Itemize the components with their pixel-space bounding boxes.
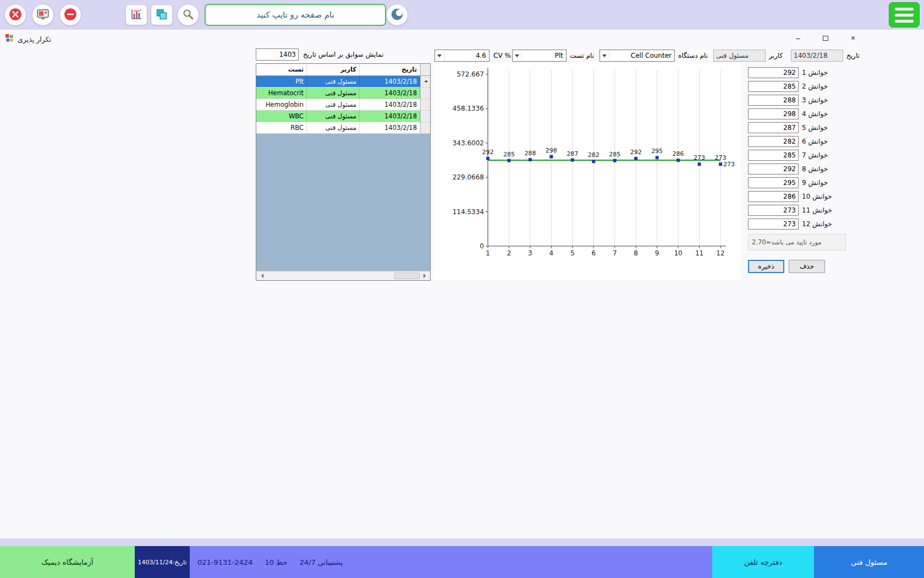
column-header-user[interactable]: کاربر [307, 64, 360, 75]
app-logo-icon [6, 34, 14, 44]
chart-button[interactable] [125, 4, 147, 25]
column-header-indicator [420, 64, 430, 75]
scroll-right-icon[interactable] [421, 271, 430, 280]
scrollbar-track[interactable] [266, 271, 421, 280]
device-select[interactable]: Cell Counter [600, 50, 675, 62]
page-search-input[interactable] [205, 4, 386, 26]
cell-date: 1403/2/18 [360, 111, 420, 122]
column-header-date[interactable]: تاریخ [360, 64, 420, 75]
reading-6-input[interactable] [748, 136, 799, 147]
svg-text:287: 287 [566, 150, 578, 157]
crescent-icon [390, 7, 404, 23]
screens-button[interactable] [32, 4, 54, 26]
scrollbar-thumb[interactable] [394, 272, 420, 279]
phonebook-button[interactable]: دفترچه تلفن [712, 546, 814, 578]
table-row[interactable]: RBC مسئول فنی 1403/2/18 [256, 122, 430, 134]
reading-4-input[interactable] [748, 108, 799, 119]
lab-name: آزمایشگاه دیمیک [0, 546, 135, 578]
scroll-left-icon[interactable] [256, 271, 266, 280]
table-row[interactable]: Hemoglobin مسئول فنی 1403/2/18 [256, 99, 430, 111]
cell-test: Hematocrit [256, 88, 307, 99]
svg-text:572.667: 572.667 [457, 70, 484, 78]
cell-test: Plt [256, 76, 307, 87]
svg-text:273: 273 [723, 161, 735, 168]
test-select[interactable]: Plt [512, 50, 566, 62]
minimize-app-button[interactable] [59, 4, 81, 26]
chevron-down-icon [600, 50, 609, 61]
reading-11-input[interactable] [748, 205, 799, 216]
reading-row: خوانش 10 [748, 191, 861, 202]
reading-1-input[interactable] [748, 67, 799, 78]
history-filter-label: نمایش سوابق بر اساس تاریخ [303, 48, 383, 61]
tiles-button[interactable] [151, 4, 173, 25]
reading-3-label: خوانش 3 [802, 96, 828, 104]
delete-button[interactable]: حذف [789, 260, 825, 273]
device-value: Cell Counter [609, 52, 674, 59]
reading-3-input[interactable] [748, 95, 799, 106]
reading-12-input[interactable] [748, 219, 799, 230]
cell-test: RBC [256, 122, 307, 133]
reading-9-label: خوانش 9 [802, 179, 828, 187]
svg-text:2: 2 [507, 249, 512, 257]
svg-text:5: 5 [570, 249, 575, 257]
horizontal-scrollbar[interactable] [256, 271, 430, 280]
window-title: تکرار پذیری [18, 35, 51, 43]
svg-text:6: 6 [591, 249, 596, 257]
svg-text:9: 9 [655, 249, 659, 257]
svg-text:4: 4 [549, 249, 554, 257]
reading-row: خوانش 7 [748, 150, 861, 161]
menu-button[interactable] [889, 2, 920, 28]
cv-select[interactable]: 4.6 [435, 50, 490, 62]
search-icon [182, 8, 195, 23]
date-field: 1403/2/18 [791, 50, 843, 62]
reading-row: خوانش 3 [748, 95, 861, 106]
maximize-button[interactable] [817, 31, 834, 45]
readings-panel: خوانش 1 خوانش 2 خوانش 3 خوانش 4 خوانش 5 … [748, 67, 861, 230]
support-phone: 021-9131-2424 [197, 558, 252, 566]
reading-8-label: خوانش 8 [802, 165, 828, 173]
cell-date: 1403/2/18 [360, 99, 420, 110]
table-row[interactable]: WBC مسئول فنی 1403/2/18 [256, 111, 430, 122]
svg-text:343.6002: 343.6002 [453, 139, 484, 147]
reading-10-input[interactable] [748, 191, 799, 202]
cell-date: 1403/2/18 [360, 122, 420, 133]
table-header: تست کاربر تاریخ [256, 64, 430, 76]
status-bar: آزمایشگاه دیمیک تاریخ:1403/11/24 پشتیبان… [0, 546, 924, 578]
reading-5-input[interactable] [748, 122, 799, 133]
close-app-button[interactable] [4, 4, 26, 26]
reading-row: خوانش 4 [748, 108, 861, 119]
svg-text:458.1336: 458.1336 [453, 105, 484, 112]
cell-date: 1403/2/18 [360, 88, 420, 99]
reading-row: خوانش 6 [748, 136, 861, 147]
cv-value: 4.6 [444, 52, 489, 59]
reading-2-label: خوانش 2 [802, 83, 828, 90]
save-button[interactable]: ذخیره [748, 260, 784, 273]
reading-1-label: خوانش 1 [802, 69, 828, 77]
test-label: نام تست [570, 50, 594, 62]
table-row[interactable]: Plt مسئول فنی 1403/2/18 ◄ [256, 76, 430, 88]
page-action-button[interactable] [386, 4, 408, 26]
svg-text:285: 285 [609, 151, 620, 158]
svg-text:286: 286 [673, 150, 684, 157]
minus-circle-icon [63, 7, 78, 23]
reading-8-input[interactable] [748, 163, 799, 175]
titlebar: تکرار پذیری [6, 34, 51, 44]
history-date-filter-input[interactable] [256, 48, 299, 61]
svg-text:11: 11 [695, 249, 703, 257]
search-button[interactable] [177, 4, 199, 26]
reading-9-input[interactable] [748, 177, 799, 188]
close-button[interactable]: × [845, 31, 861, 45]
minimize-button[interactable]: – [790, 31, 806, 45]
maximize-icon [823, 36, 828, 41]
column-header-test[interactable]: تست [256, 64, 307, 75]
current-user: مسئول فنی [814, 546, 924, 578]
svg-text:285: 285 [503, 151, 515, 158]
reading-row: خوانش 2 [748, 81, 861, 92]
svg-text:229.0668: 229.0668 [453, 173, 484, 181]
reading-4-label: خوانش 4 [802, 110, 828, 118]
table-row[interactable]: Hematocrit مسئول فنی 1403/2/18 [256, 88, 430, 99]
reading-7-input[interactable] [748, 150, 799, 161]
user-label: کاربر [769, 50, 783, 62]
reading-row: خوانش 9 [748, 177, 861, 188]
reading-2-input[interactable] [748, 81, 799, 92]
